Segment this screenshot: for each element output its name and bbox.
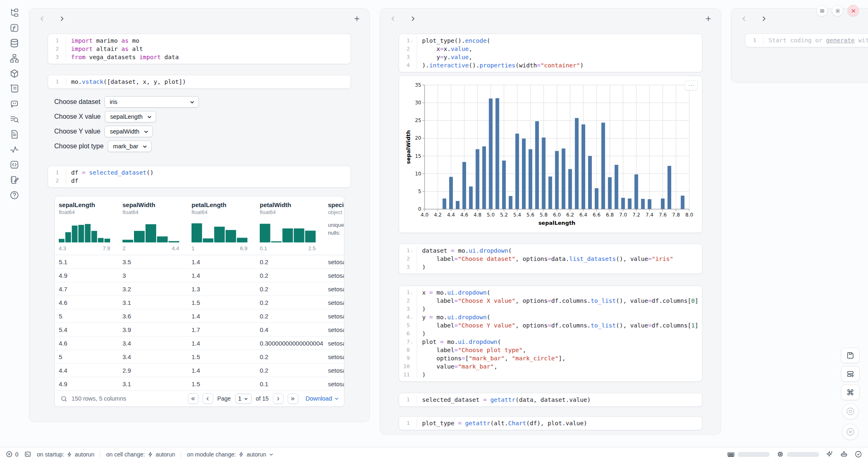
code-cell-plot-encode[interactable]: 1⌄plot_type().encode(2 x=x.value,3 y=y.v… bbox=[399, 34, 702, 72]
code-cell-plot-type[interactable]: 1plot_type = getattr(alt.Chart(df), plot… bbox=[399, 416, 702, 430]
error-indicator[interactable]: 0 bbox=[6, 451, 18, 458]
close-button[interactable] bbox=[847, 5, 859, 16]
prev-page-button[interactable] bbox=[203, 393, 213, 404]
table-row[interactable]: 4.63.41.40.30000000000000004setosa bbox=[55, 337, 344, 350]
stop-button[interactable] bbox=[842, 403, 859, 420]
line-number: 1 bbox=[48, 37, 66, 45]
run-button[interactable] bbox=[842, 424, 859, 440]
altair-bar-chart[interactable]: 051015202530354.04.24.44.64.85.05.25.45.… bbox=[405, 81, 694, 228]
column-name[interactable]: species bbox=[328, 201, 344, 208]
column-name[interactable]: sepalWidth bbox=[122, 201, 192, 208]
table-cell: 0.30000000000000004 bbox=[260, 340, 328, 347]
panel2-back-button[interactable] bbox=[388, 13, 398, 24]
table-cell: 0.2 bbox=[260, 367, 328, 374]
function-square-icon[interactable] bbox=[7, 23, 22, 33]
chatbot-button[interactable] bbox=[840, 450, 848, 458]
table-cell: 4.6 bbox=[59, 299, 122, 306]
y-axis-title: sepalWidth bbox=[405, 130, 411, 164]
code-cell-selected-dataset[interactable]: 1selected_dataset = getattr(data, datase… bbox=[399, 393, 702, 407]
panel3-back-button[interactable] bbox=[739, 13, 749, 24]
column-name[interactable]: sepalLength bbox=[59, 201, 122, 208]
bot-message-icon[interactable] bbox=[7, 99, 22, 109]
bar bbox=[648, 199, 651, 209]
column-header-petalWidth[interactable]: petalWidthfloat640.12.5 bbox=[260, 201, 328, 251]
column-header-petalLength[interactable]: petalLengthfloat6416.9 bbox=[192, 201, 260, 251]
code-cell-xy-plot-dropdowns[interactable]: 1⌄x = mo.ui.dropdown(2 label="Choose X v… bbox=[399, 286, 702, 382]
code-block-icon[interactable] bbox=[7, 159, 22, 170]
run-setting-value: autorun bbox=[247, 451, 266, 458]
column-header-sepalLength[interactable]: sepalLengthfloat644.37.9 bbox=[59, 201, 122, 251]
document-icon[interactable] bbox=[7, 129, 22, 140]
table-row[interactable]: 4.63.11.50.2setosa bbox=[55, 296, 344, 309]
list-search-icon[interactable] bbox=[7, 114, 22, 124]
column-name[interactable]: petalWidth bbox=[260, 201, 328, 208]
download-button[interactable]: Download bbox=[306, 395, 339, 402]
help-circle-icon[interactable] bbox=[7, 190, 22, 201]
empty-code-cell[interactable]: 1 Start coding or generate with AI. bbox=[745, 33, 868, 47]
code-cell-df[interactable]: 1df = selected_dataset()2df bbox=[48, 166, 351, 188]
ai-assist-button[interactable] bbox=[826, 450, 833, 458]
table-row[interactable]: 53.61.40.2setosa bbox=[55, 309, 344, 323]
column-header-sepalWidth[interactable]: sepalWidthfloat6424.4 bbox=[122, 201, 192, 251]
dropdown-select-choose-plot-type[interactable]: mark_bar bbox=[108, 141, 152, 152]
table-row[interactable]: 4.42.91.40.2setosa bbox=[55, 364, 344, 377]
scroll-text-icon[interactable] bbox=[7, 83, 22, 94]
chart-menu-button[interactable]: ⋯ bbox=[685, 80, 698, 90]
status-check-button[interactable] bbox=[854, 450, 862, 458]
table-row[interactable]: 5.43.91.70.4setosa bbox=[55, 323, 344, 337]
panel2-add-cell-button[interactable] bbox=[703, 13, 713, 24]
code-cell-vstack[interactable]: 1mo.vstack([dataset, x, y, plot]) bbox=[48, 75, 351, 89]
database-icon[interactable] bbox=[7, 38, 22, 48]
bar bbox=[601, 122, 605, 209]
table-row[interactable]: 4.931.40.2setosa bbox=[55, 269, 344, 282]
layout-button[interactable] bbox=[841, 366, 860, 382]
dropdown-label: Choose X value bbox=[54, 113, 101, 120]
table-row[interactable]: 5.13.51.40.2setosa bbox=[55, 255, 344, 269]
code-cell-dataset-dropdown[interactable]: 1⌄dataset = mo.ui.dropdown(2 label="Choo… bbox=[399, 244, 702, 274]
shortcuts-button[interactable]: ⌘ bbox=[841, 385, 860, 400]
save-button[interactable] bbox=[841, 348, 860, 363]
line-number: 1⌄ bbox=[399, 288, 417, 297]
terminal-button[interactable] bbox=[24, 451, 31, 458]
panel2-forward-button[interactable] bbox=[407, 13, 418, 24]
table-row[interactable]: 53.41.50.2setosa bbox=[55, 350, 344, 364]
table-row[interactable]: 4.73.21.30.2setosa bbox=[55, 282, 344, 296]
panel3-forward-button[interactable] bbox=[758, 13, 769, 24]
first-page-button[interactable] bbox=[188, 393, 199, 404]
panel1-back-button[interactable] bbox=[37, 13, 47, 24]
line-number: 9 bbox=[399, 354, 417, 362]
dropdown-select-choose-dataset[interactable]: iris bbox=[104, 96, 199, 108]
package-box-icon[interactable] bbox=[7, 68, 22, 79]
run-setting-2[interactable]: on module change:autorun bbox=[187, 451, 274, 458]
code-cell-imports[interactable]: 1import marimo as mo2import altair as al… bbox=[48, 34, 351, 64]
panel1-add-cell-button[interactable] bbox=[351, 13, 362, 24]
bar bbox=[568, 169, 572, 209]
org-chart-icon[interactable] bbox=[7, 53, 22, 64]
dropdown-select-choose-x-value[interactable]: sepalLength bbox=[105, 111, 156, 122]
settings-button[interactable] bbox=[832, 5, 843, 16]
file-tree-icon[interactable] bbox=[7, 7, 22, 18]
search-icon[interactable] bbox=[60, 395, 67, 402]
table-row[interactable]: 4.93.11.50.1setosa bbox=[55, 377, 344, 391]
column-header-species[interactable]: speciesobjectunique:nulls: bbox=[328, 201, 344, 251]
column-name[interactable]: petalLength bbox=[192, 201, 260, 208]
notebook-edit-icon[interactable] bbox=[7, 175, 22, 185]
table-cell: setosa bbox=[328, 380, 344, 387]
code-line: selected_dataset = getattr(data, dataset… bbox=[417, 396, 591, 404]
run-setting-1[interactable]: on cell change:autorun bbox=[106, 451, 175, 458]
last-page-button[interactable] bbox=[288, 393, 298, 404]
dropdown-select-choose-y-value[interactable]: sepalWidth bbox=[104, 126, 153, 137]
panel2-header[interactable] bbox=[380, 9, 721, 28]
code-editor-placeholder[interactable]: Start coding or generate with AI. bbox=[764, 36, 868, 44]
run-setting-0[interactable]: on startup:autorun bbox=[37, 451, 95, 458]
panel1-header[interactable] bbox=[29, 9, 369, 28]
panel1-forward-button[interactable] bbox=[56, 13, 67, 24]
activity-icon[interactable] bbox=[7, 144, 22, 155]
menu-button[interactable] bbox=[816, 5, 828, 16]
column-type: float64 bbox=[59, 209, 122, 215]
table-cell: setosa bbox=[328, 340, 344, 347]
next-page-button[interactable] bbox=[273, 393, 284, 404]
page-select[interactable]: 1 bbox=[235, 394, 252, 404]
run-setting-label: on module change: bbox=[187, 451, 236, 458]
line-number: 2 bbox=[399, 297, 417, 305]
